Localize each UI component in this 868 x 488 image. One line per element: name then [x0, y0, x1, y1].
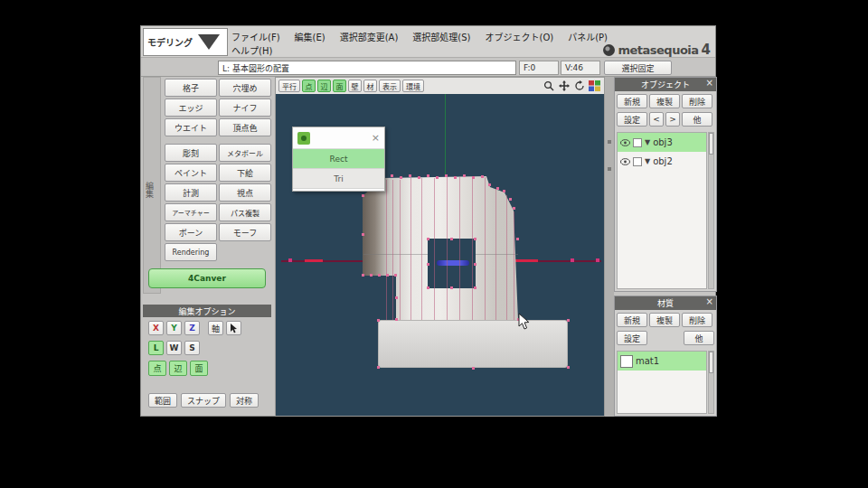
toggle-point-button[interactable]: 点 [302, 80, 316, 92]
viewport: 平行 点 辺 面 壁 材 表示 環境 [275, 77, 605, 417]
panel-splitter[interactable] [605, 77, 614, 417]
axis-y-button[interactable]: Y [166, 321, 182, 335]
menu-help[interactable]: ヘルプ(H) [231, 43, 272, 57]
expand-triangle-icon[interactable]: ▼ [645, 157, 650, 165]
cmd-paint[interactable]: ペイント [165, 164, 217, 182]
snap-button[interactable]: スナップ [181, 393, 226, 408]
vertex-dot [386, 274, 389, 277]
wireframe-line [514, 211, 514, 320]
coord-local-button[interactable]: L [148, 341, 164, 355]
axis-lock-button[interactable]: 軸 [208, 321, 223, 335]
dialog-option-rect[interactable]: Rect [293, 149, 384, 169]
pan-icon[interactable] [557, 80, 571, 92]
material-list-scrollbar[interactable] [708, 351, 714, 414]
object-list-item[interactable]: ▼ obj3 [618, 133, 706, 152]
toggle-edge-button[interactable]: 辺 [317, 80, 331, 92]
mode-selector[interactable]: モデリング [143, 28, 228, 56]
visibility-eye-icon[interactable] [620, 139, 630, 146]
object-other-button[interactable]: 他 [682, 112, 712, 127]
cmd-edge[interactable]: エッジ [165, 99, 217, 117]
zoom-icon[interactable] [542, 80, 555, 92]
cmd-weight[interactable]: ウエイト [165, 118, 217, 136]
coord-world-button[interactable]: W [166, 341, 182, 355]
environment-button[interactable]: 環境 [402, 80, 424, 92]
object-lock-checkbox[interactable] [633, 138, 642, 147]
object-prev-button[interactable]: < [649, 112, 664, 127]
object-next-button[interactable]: > [665, 112, 680, 127]
material-swatch[interactable] [620, 355, 633, 368]
vertex-dot [445, 174, 448, 177]
cmd-fill-hole[interactable]: 穴埋め [219, 79, 271, 97]
object-panel-buttons: 新規 複製 削除 [617, 94, 712, 108]
object-lock-checkbox[interactable] [633, 157, 642, 166]
axis-x-button[interactable]: X [148, 321, 164, 335]
cmd-armature[interactable]: アーマチャー [165, 203, 217, 221]
selected-edge[interactable] [437, 260, 469, 266]
menu-selection-change[interactable]: 選択部変更(A) [340, 30, 399, 43]
material-panel-close-icon[interactable]: × [706, 296, 713, 306]
symmetry-button[interactable]: 対称 [230, 393, 259, 408]
coord-screen-button[interactable]: S [184, 341, 200, 355]
vertex-dot [377, 366, 380, 369]
object-new-button[interactable]: 新規 [617, 94, 647, 108]
material-settings-button[interactable]: 設定 [617, 331, 647, 345]
cmd-knife[interactable]: ナイフ [219, 99, 271, 117]
material-other-button[interactable]: 他 [684, 331, 714, 345]
scrollbar-thumb[interactable] [709, 133, 713, 155]
wireframe-line [485, 177, 486, 320]
plugin-4canver-button[interactable]: 4Canver [148, 268, 266, 288]
view-mode-button[interactable]: 平行 [278, 80, 300, 92]
cmd-vertex-color[interactable]: 頂点色 [219, 118, 271, 136]
dialog-close-icon[interactable]: × [372, 132, 380, 144]
axis-z-button[interactable]: Z [184, 321, 200, 335]
material-list-item[interactable]: mat1 [618, 352, 706, 371]
range-button[interactable]: 範囲 [148, 393, 177, 408]
cmd-underlay[interactable]: 下絵 [219, 164, 271, 182]
material-panel-title-bar[interactable]: 材質 × [615, 296, 716, 310]
element-edge-button[interactable]: 辺 [169, 361, 187, 376]
cmd-metaball[interactable]: メタボール [219, 144, 271, 162]
material-delete-button[interactable]: 削除 [682, 313, 712, 327]
object-settings-button[interactable]: 設定 [617, 112, 647, 127]
cmd-bone[interactable]: ボーン [165, 223, 217, 241]
toggle-wall-button[interactable]: 壁 [348, 80, 362, 92]
display-button[interactable]: 表示 [379, 80, 401, 92]
dialog-title-bar[interactable]: × [293, 127, 384, 149]
menu-object[interactable]: オブジェクト(O) [486, 30, 554, 43]
material-duplicate-button[interactable]: 複製 [649, 313, 680, 327]
object-panel-title-bar[interactable]: オブジェクト × [615, 78, 716, 91]
menu-file[interactable]: ファイル(F) [231, 30, 280, 43]
object-delete-button[interactable]: 削除 [682, 94, 712, 108]
cmd-sculpt[interactable]: 彫刻 [165, 144, 217, 162]
visibility-eye-icon[interactable] [620, 158, 630, 165]
selection-fix-button[interactable]: 選択固定 [604, 61, 672, 75]
toggle-face-button[interactable]: 面 [333, 80, 346, 92]
cmd-morph[interactable]: モーフ [219, 223, 271, 241]
handle-button[interactable] [226, 321, 241, 335]
toggle-material-button[interactable]: 材 [363, 80, 377, 92]
scrollbar-thumb[interactable] [709, 352, 713, 373]
cmd-path-duplicate[interactable]: パス複製 [219, 203, 271, 221]
cmd-rendering[interactable]: Rendering [165, 243, 217, 261]
dialog-option-tri[interactable]: Tri [293, 169, 384, 189]
object-list-scrollbar[interactable] [708, 132, 714, 289]
element-face-button[interactable]: 面 [190, 361, 208, 376]
viewport-canvas[interactable]: × Rect Tri [276, 94, 604, 416]
menu-panel[interactable]: パネル(P) [568, 30, 608, 43]
object-duplicate-button[interactable]: 複製 [649, 94, 680, 108]
cmd-viewpoint[interactable]: 視点 [219, 183, 271, 202]
menu-edit[interactable]: 編集(E) [295, 30, 326, 43]
object-list-item[interactable]: ▼ obj2 [618, 152, 706, 171]
cmd-lattice[interactable]: 格子 [165, 79, 217, 97]
element-point-button[interactable]: 点 [148, 361, 166, 376]
display-settings-icon[interactable] [588, 80, 601, 92]
model-base[interactable] [378, 320, 568, 368]
menu-selection-process[interactable]: 選択部処理(S) [412, 30, 470, 43]
material-new-button[interactable]: 新規 [617, 313, 647, 327]
expand-triangle-icon[interactable]: ▼ [645, 138, 650, 146]
rotate-view-icon[interactable] [572, 80, 586, 92]
object-panel: オブジェクト × 新規 複製 削除 設定 < > 他 ▼ obj3 ▼ [614, 77, 717, 292]
vertex-dot [427, 263, 429, 266]
cmd-measure[interactable]: 計測 [165, 183, 217, 202]
object-panel-close-icon[interactable]: × [706, 78, 713, 88]
